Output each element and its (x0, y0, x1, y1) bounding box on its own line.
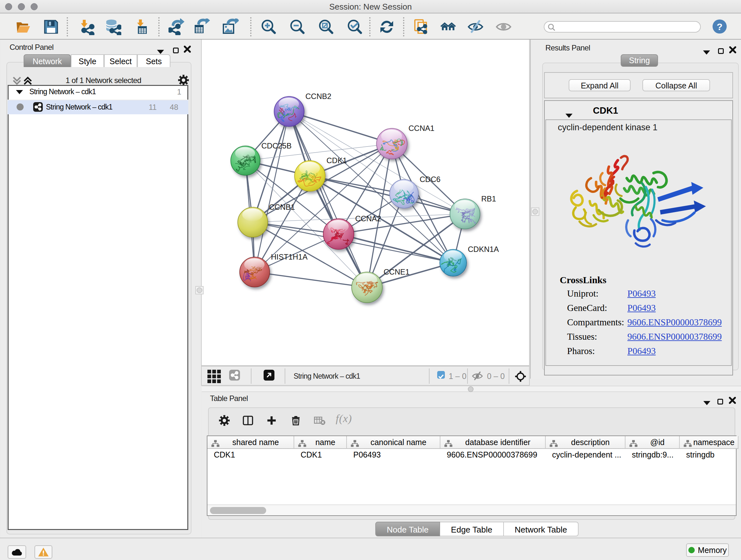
svg-text:CCNB2: CCNB2 (306, 92, 331, 101)
svg-text:CCNB1: CCNB1 (269, 203, 295, 211)
svg-text:CCNE1: CCNE1 (384, 267, 409, 276)
svg-text:?: ? (717, 21, 723, 32)
svg-text:CDKN1A: CDKN1A (468, 245, 499, 253)
svg-text:HIST1H1A: HIST1H1A (271, 253, 308, 261)
svg-text:CCNA1: CCNA1 (408, 124, 434, 132)
svg-text:RB1: RB1 (481, 194, 496, 203)
svg-text:CDK1: CDK1 (327, 156, 347, 165)
svg-text:CDC6: CDC6 (420, 175, 441, 184)
svg-text:CCNA2: CCNA2 (355, 214, 381, 223)
svg-text:CDC25B: CDC25B (261, 141, 292, 150)
